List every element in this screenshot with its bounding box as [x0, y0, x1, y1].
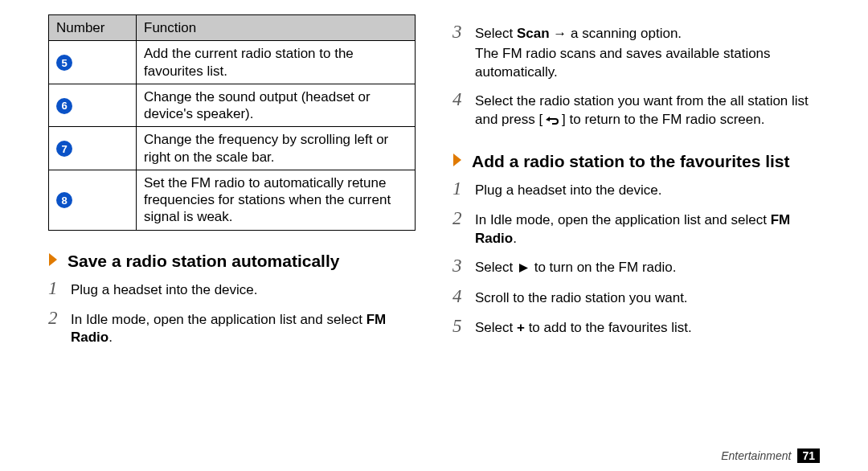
step-bold: +	[517, 320, 525, 335]
step-text: → a scanning option.	[550, 26, 682, 41]
step-text: Select	[475, 320, 517, 335]
svg-marker-2	[519, 264, 528, 272]
step-number: 3	[452, 19, 475, 44]
right-column: 3 Select Scan → a scanning option. The F…	[452, 14, 820, 352]
step-number: 3	[452, 253, 475, 278]
th-number: Number	[49, 15, 137, 41]
steps-fav: 1 Plug a headset into the device. 2 In I…	[452, 176, 820, 338]
step-number: 1	[48, 276, 71, 301]
table-row: 7 Change the frequency by scrolling left…	[49, 127, 416, 170]
table-row: 5 Add the current radio station to the f…	[49, 41, 416, 84]
step: 5 Select + to add to the favourites list…	[452, 313, 820, 338]
chevron-right-icon	[452, 153, 464, 167]
section-heading-save: Save a radio station automatically	[48, 252, 416, 271]
step: 1 Plug a headset into the device.	[452, 176, 820, 201]
num-badge: 6	[56, 98, 72, 114]
chevron-right-icon	[48, 252, 59, 267]
page: Number Function 5 Add the current radio …	[0, 0, 868, 471]
step-number: 1	[452, 176, 475, 201]
step-text: Plug a headset into the device.	[71, 282, 258, 297]
step-text: .	[513, 231, 517, 246]
step-text: ] to return to the FM radio screen.	[562, 112, 764, 127]
play-icon	[518, 260, 529, 279]
step-text: Plug a headset into the device.	[475, 182, 662, 198]
step: 4 Select the radio station you want from…	[452, 87, 820, 131]
fn-cell: Set the FM radio to automatically retune…	[137, 170, 416, 230]
step: 3 Select to turn on the FM radio.	[452, 253, 820, 279]
section-title: Save a radio station automatically	[68, 252, 339, 271]
step: 2 In Idle mode, open the application lis…	[48, 305, 416, 348]
step-number: 4	[452, 284, 475, 309]
svg-marker-0	[49, 253, 57, 266]
step: 2 In Idle mode, open the application lis…	[452, 206, 820, 248]
page-number: 71	[797, 448, 820, 463]
step: 1 Plug a headset into the device.	[48, 276, 416, 301]
num-badge: 5	[56, 55, 72, 71]
section-title: Add a radio station to the favourites li…	[472, 152, 790, 171]
step-subtext: The FM radio scans and saves available s…	[475, 45, 820, 82]
th-function: Function	[137, 15, 416, 41]
step-number: 2	[452, 206, 475, 231]
step-text: to turn on the FM radio.	[530, 260, 676, 275]
num-badge: 7	[56, 141, 72, 157]
footer-section: Entertainment	[721, 449, 791, 462]
step-text: to add to the favourites list.	[525, 320, 692, 335]
num-badge: 8	[56, 192, 72, 208]
steps-save-cont: 3 Select Scan → a scanning option. The F…	[452, 19, 820, 131]
left-column: Number Function 5 Add the current radio …	[48, 14, 416, 352]
step-text: Select	[475, 26, 517, 41]
step-bold: Scan	[517, 26, 550, 41]
steps-save: 1 Plug a headset into the device. 2 In I…	[48, 276, 416, 348]
step-text: Scroll to the radio station you want.	[475, 290, 688, 305]
step-text: Select	[475, 260, 517, 275]
step-text-after: .	[108, 330, 113, 345]
step-text: In Idle mode, open the application list …	[71, 312, 366, 327]
table-row: 6 Change the sound output (headset or de…	[49, 84, 416, 127]
fn-cell: Change the frequency by scrolling left o…	[137, 127, 416, 170]
function-table: Number Function 5 Add the current radio …	[48, 14, 416, 231]
table-row: 8 Set the FM radio to automatically retu…	[49, 170, 416, 230]
step-number: 2	[48, 305, 71, 330]
step-number: 4	[452, 87, 475, 112]
step-number: 5	[452, 313, 475, 338]
fn-cell: Add the current radio station to the fav…	[137, 41, 416, 84]
two-columns: Number Function 5 Add the current radio …	[48, 14, 820, 352]
step: 3 Select Scan → a scanning option. The F…	[452, 19, 820, 82]
step: 4 Scroll to the radio station you want.	[452, 284, 820, 309]
footer: Entertainment 71	[721, 448, 820, 463]
step-text: In Idle mode, open the application list …	[475, 212, 771, 227]
svg-marker-1	[453, 154, 461, 166]
back-icon	[544, 113, 560, 131]
section-heading-fav: Add a radio station to the favourites li…	[452, 152, 820, 171]
fn-cell: Change the sound output (headset or devi…	[137, 84, 416, 127]
